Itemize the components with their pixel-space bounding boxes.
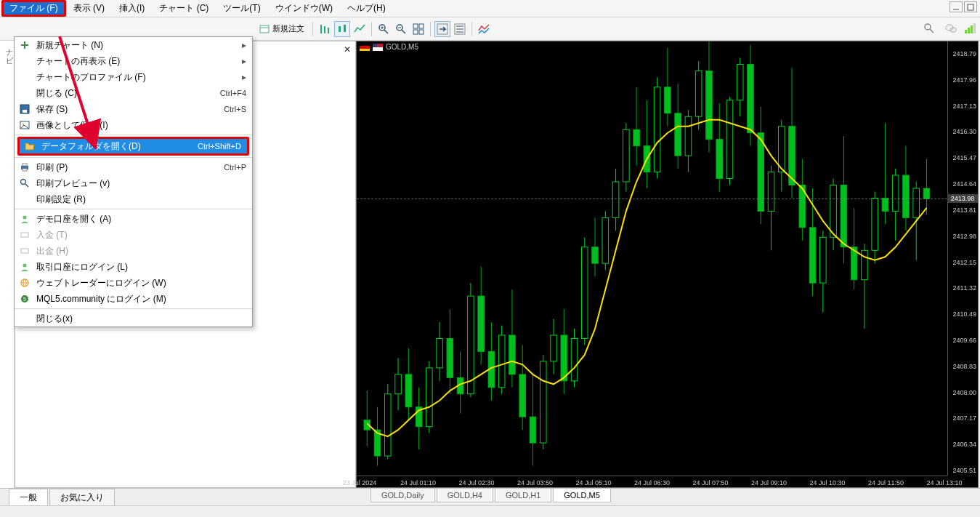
svg-rect-143 [841, 185, 847, 247]
flag-us-icon [373, 44, 383, 51]
line-chart-icon[interactable] [352, 21, 368, 37]
candle-chart-icon[interactable] [334, 21, 350, 37]
menu-login-webtrader[interactable]: ウェブトレーダーにログイン (W) [15, 275, 252, 291]
printer-icon [17, 161, 32, 174]
shift-chart-icon[interactable] [434, 21, 450, 37]
svg-rect-155 [903, 175, 910, 217]
menu-help[interactable]: ヘルプ(H) [340, 0, 393, 17]
svg-rect-157 [913, 188, 920, 217]
svg-rect-129 [768, 172, 774, 212]
svg-rect-117 [706, 71, 713, 139]
svg-point-43 [23, 264, 27, 268]
svg-rect-97 [602, 217, 609, 263]
menu-login-account[interactable]: 取引口座にログイン (L) [15, 259, 252, 275]
menu-withdraw: 出金 (H) [15, 243, 252, 259]
auto-scroll-icon[interactable] [452, 21, 468, 37]
menu-page-setup[interactable]: 印刷設定 (R) [15, 191, 252, 207]
menu-print[interactable]: 印刷 (P) Ctrl+P [15, 159, 252, 175]
svg-rect-1 [968, 4, 973, 10]
svg-line-14 [402, 30, 405, 33]
svg-rect-59 [405, 374, 412, 407]
tab-favorites[interactable]: お気に入り [49, 489, 115, 506]
search-icon[interactable] [921, 20, 937, 36]
svg-rect-85 [540, 361, 546, 443]
x-axis: 23 Jul 202424 Jul 01:1024 Jul 02:3024 Ju… [357, 476, 947, 487]
chart-tab-daily[interactable]: GOLD,Daily [370, 489, 435, 502]
svg-rect-65 [437, 338, 443, 367]
toolbar-separator [430, 22, 431, 36]
maximize-button[interactable] [964, 1, 977, 12]
svg-rect-2 [260, 25, 269, 33]
menu-login-mql5[interactable]: 5 MQL5.community にログイン (M) [15, 291, 252, 307]
menu-new-chart[interactable]: 新規チャート (N) ▸ [15, 37, 252, 53]
y-axis: 2418.792417.962417.132416.302415.472414.… [947, 41, 978, 476]
tile-windows-icon[interactable] [410, 21, 426, 37]
menu-redisplay-chart[interactable]: チャートの再表示 (E) ▸ [15, 53, 252, 69]
svg-line-39 [25, 184, 28, 187]
svg-point-40 [23, 216, 27, 220]
menu-print-preview[interactable]: 印刷プレビュー (v) [15, 175, 252, 191]
menu-close[interactable]: 閉じる (C) Ctrl+F4 [15, 85, 252, 101]
svg-rect-109 [665, 87, 671, 113]
toolbar-separator [471, 22, 472, 36]
chart-tab-h4[interactable]: GOLD,H4 [437, 489, 493, 502]
svg-rect-113 [685, 116, 692, 156]
menu-open-demo[interactable]: デモ口座を開く (A) [15, 211, 252, 227]
globe-icon [17, 276, 32, 289]
svg-rect-141 [830, 185, 837, 238]
menu-insert[interactable]: 挿入(I) [112, 0, 152, 17]
tab-general[interactable]: 一般 [9, 489, 48, 506]
file-menu-dropdown: 新規チャート (N) ▸ チャートの再表示 (E) ▸ チャートのプロファイル … [14, 36, 253, 327]
svg-rect-103 [633, 129, 640, 145]
menu-chart[interactable]: チャート (C) [152, 0, 216, 17]
menu-view[interactable]: 表示 (V) [66, 0, 112, 17]
save-icon [17, 103, 32, 116]
svg-rect-101 [623, 129, 630, 182]
menu-tool[interactable]: ツール(T) [216, 0, 267, 17]
toolbar-separator [312, 22, 313, 36]
chart-plot-area[interactable] [357, 41, 947, 476]
svg-rect-41 [21, 233, 28, 237]
chart-header: GOLD,M5 [360, 43, 418, 51]
close-icon[interactable]: ✕ [342, 44, 352, 55]
mql5-icon: 5 [17, 292, 32, 305]
menu-window[interactable]: ウインドウ(W) [268, 0, 340, 17]
minimize-button[interactable] [949, 1, 963, 12]
svg-rect-16 [413, 24, 418, 28]
svg-rect-36 [23, 164, 27, 166]
menu-bar: ファイル (F) 表示 (V) 挿入(I) チャート (C) ツール(T) ウイ… [0, 0, 980, 17]
menu-exit[interactable]: 閉じる(x) [15, 310, 252, 326]
svg-rect-63 [426, 368, 433, 427]
menu-open-data-folder[interactable]: データフォルダを開く(D) Ctrl+Shift+D [17, 137, 249, 156]
svg-rect-115 [695, 71, 702, 116]
svg-line-26 [930, 29, 934, 33]
menu-chart-profile[interactable]: チャートのプロファイル (F) ▸ [15, 69, 252, 85]
menu-save-image[interactable]: 画像として保存 (I) [15, 117, 252, 133]
svg-rect-77 [498, 335, 505, 388]
svg-rect-55 [385, 394, 392, 456]
bar-chart-icon[interactable] [317, 21, 333, 37]
menu-deposit: 入金 (T) [15, 227, 252, 243]
zoom-in-icon[interactable] [376, 21, 392, 37]
chart-panel[interactable]: GOLD,M5 2418.792417.962417.132416.302415… [356, 41, 979, 488]
svg-rect-153 [892, 175, 899, 211]
menu-save[interactable]: 保存 (S) Ctrl+S [15, 101, 252, 117]
login-icon [17, 260, 32, 273]
chart-tab-m5[interactable]: GOLD,M5 [553, 489, 611, 502]
menu-file[interactable]: ファイル (F) [1, 0, 66, 17]
chart-tab-h1[interactable]: GOLD,H1 [495, 489, 551, 502]
chevron-right-icon: ▸ [239, 72, 246, 82]
deposit-icon [17, 228, 32, 241]
svg-rect-37 [23, 169, 27, 171]
svg-rect-67 [447, 338, 453, 377]
new-order-button[interactable]: 新規注文 [255, 22, 309, 36]
svg-rect-81 [519, 374, 526, 417]
signal-strength-icon [965, 23, 976, 33]
indicators-icon[interactable] [476, 21, 492, 37]
status-bar [0, 505, 980, 517]
magnify-icon [17, 177, 32, 190]
navigator-panel-collapsed[interactable]: ナビ [0, 41, 15, 488]
zoom-out-icon[interactable] [393, 21, 409, 37]
chat-icon[interactable] [943, 20, 959, 36]
window-controls [949, 1, 977, 12]
